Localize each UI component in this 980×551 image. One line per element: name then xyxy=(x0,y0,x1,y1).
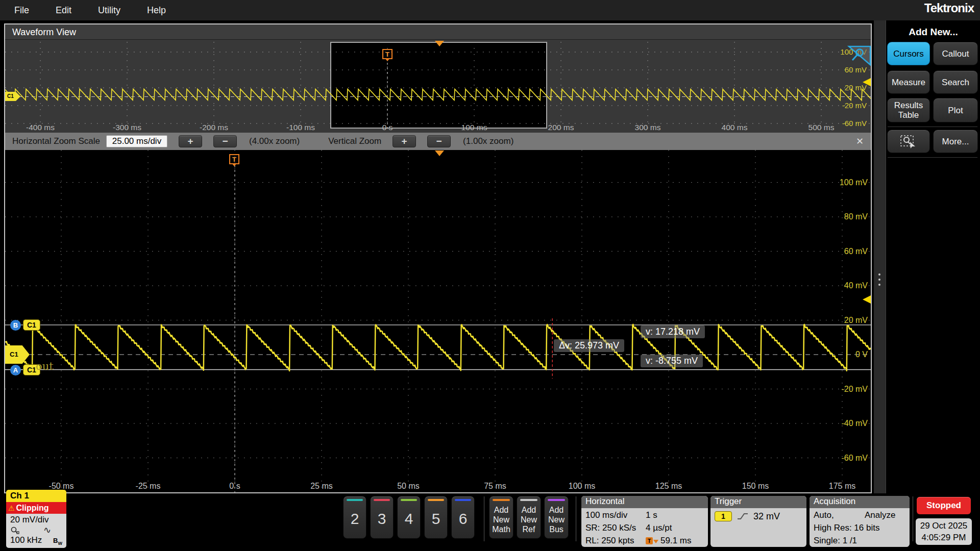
svg-text:40 mV: 40 mV xyxy=(844,281,868,290)
channel-6-button[interactable]: 6 xyxy=(451,496,475,539)
channel-color-stripe xyxy=(347,499,363,501)
trigger-panel[interactable]: Trigger 1 32 mV xyxy=(710,496,806,547)
cursor-b-value-readout[interactable]: v: 17.218 mV xyxy=(641,325,705,338)
menu-item-utility[interactable]: Utility xyxy=(98,5,120,16)
add-cursors-button[interactable]: Cursors xyxy=(887,42,930,65)
horizontal-zoom-minus-button[interactable]: − xyxy=(213,135,237,147)
run-stop-status-button[interactable]: Stopped xyxy=(917,497,971,514)
zoom-controls-bar: Horizontal Zoom Scale 25.00 ms/div + − (… xyxy=(5,133,871,150)
trigger-level-value: 32 mV xyxy=(753,511,780,522)
svg-text:0 V: 0 V xyxy=(855,350,868,359)
svg-text:125 ms: 125 ms xyxy=(655,482,682,490)
channel-5-button[interactable]: 5 xyxy=(424,496,448,539)
cursor-b-badge[interactable]: B C1 xyxy=(10,319,40,331)
svg-text:-400 ms: -400 ms xyxy=(26,123,55,132)
waveform-view-title: Waveform View xyxy=(5,27,76,37)
trigger-panel-title: Trigger xyxy=(710,496,806,508)
zoom-select-button[interactable] xyxy=(887,130,930,153)
coupling-sine-icon: ∿ xyxy=(43,524,51,536)
svg-text:80 mV: 80 mV xyxy=(844,212,868,221)
cursor-a-letter: A xyxy=(10,365,21,375)
channel-number: 3 xyxy=(378,510,386,528)
callout-text[interactable]: out xyxy=(36,360,54,372)
channel-color-stripe xyxy=(374,499,390,501)
horizontal-zoom-scale-input[interactable]: 25.00 ms/div xyxy=(106,135,167,147)
add-new-bus-button[interactable]: Add New Bus xyxy=(544,496,569,539)
svg-text:-25 ms: -25 ms xyxy=(136,482,161,490)
channel-3-button[interactable]: 3 xyxy=(370,496,394,539)
sample-resolution: 4 µs/pt xyxy=(646,523,672,533)
zoom-select-icon xyxy=(900,134,917,148)
add-search-button[interactable]: Search xyxy=(933,70,978,94)
overview-expansion-point-icon[interactable] xyxy=(435,41,444,46)
overview-plot: -400 ms-300 ms-200 ms-100 ms0 s100 ms200… xyxy=(5,40,871,133)
menu-item-help[interactable]: Help xyxy=(147,5,166,16)
acquisition-resolution: High Res: 16 bits xyxy=(814,521,905,534)
button-label: Add New Bus xyxy=(545,505,568,534)
acquisition-panel[interactable]: Acquisition Auto, Analyze High Res: 16 b… xyxy=(810,496,910,547)
record-length: RL: 250 kpts xyxy=(585,536,646,546)
cursor-delta-v-readout[interactable]: Δv: 25.973 mV xyxy=(554,339,624,352)
channel-2-button[interactable]: 2 xyxy=(343,496,366,539)
add-plot-button[interactable]: Plot xyxy=(933,98,978,122)
channel1-bandwidth-freq: 100 kHz xyxy=(10,535,42,545)
main-graph[interactable]: -50 ms-25 ms0 s25 ms50 ms75 ms100 ms125 … xyxy=(5,150,871,492)
overview-graph[interactable]: -400 ms-300 ms-200 ms-100 ms0 s100 ms200… xyxy=(5,40,871,133)
add-new-title: Add New... xyxy=(887,27,980,38)
horizontal-scale: 100 ms/div xyxy=(585,510,646,520)
svg-text:75 ms: 75 ms xyxy=(484,482,506,490)
date-label: 29 Oct 2025 xyxy=(916,520,972,532)
overview-trigger-level-arrow-icon[interactable] xyxy=(863,78,871,86)
channel-number: 2 xyxy=(351,510,359,528)
separator xyxy=(576,496,576,541)
channel1-name[interactable]: Ch 1 xyxy=(6,490,66,502)
sidebar-divider xyxy=(888,157,977,158)
bottom-bar: Ch 1 ⚠ Clipping 20 mV/div ∿ 100 kHz B xyxy=(0,493,980,551)
channel1-clipping-warning: ⚠ Clipping xyxy=(6,502,66,514)
main-channel1-waveform xyxy=(5,324,871,371)
svg-text:-50 ms: -50 ms xyxy=(49,482,74,490)
horizontal-panel[interactable]: Horizontal 100 ms/div 1 s SR: 250 kS/s 4… xyxy=(581,496,708,547)
menu-item-file[interactable]: File xyxy=(14,5,29,16)
svg-text:100 ms: 100 ms xyxy=(569,482,595,490)
main-trigger-level-arrow-icon[interactable] xyxy=(863,295,871,304)
horizontal-window: 1 s xyxy=(646,510,657,520)
zoom-overview-icon[interactable] xyxy=(847,45,872,68)
acquisition-mode: Auto, xyxy=(814,510,865,520)
oscilloscope-screen: FileEditUtilityHelp Tektronix Waveform V… xyxy=(0,0,980,551)
overview-trigger-flag-icon[interactable]: T xyxy=(382,49,393,59)
add-new-math-button[interactable]: Add New Math xyxy=(489,496,513,539)
svg-text:-40 mV: -40 mV xyxy=(841,419,868,428)
svg-text:60 mV: 60 mV xyxy=(844,247,868,256)
main-expansion-point-icon[interactable] xyxy=(435,151,444,156)
channel1-badge[interactable]: Ch 1 ⚠ Clipping 20 mV/div ∿ 100 kHz B xyxy=(6,490,66,548)
vertical-zoom-minus-button[interactable]: − xyxy=(427,135,451,147)
channel-4-button[interactable]: 4 xyxy=(397,496,421,539)
trigger-position-icon: T xyxy=(646,537,658,544)
trigger-source-badge: 1 xyxy=(715,511,732,521)
more-button[interactable]: More... xyxy=(933,130,978,153)
svg-text:-20 mV: -20 mV xyxy=(841,385,868,393)
add-callout-button[interactable]: Callout xyxy=(933,42,978,65)
menu-item-edit[interactable]: Edit xyxy=(56,5,71,16)
sidebar-divider xyxy=(888,127,977,127)
main-trigger-flag-icon[interactable]: T xyxy=(229,154,239,164)
horizontal-panel-title: Horizontal xyxy=(581,496,708,508)
cursor-a-value-readout[interactable]: v: -8.755 mV xyxy=(641,355,703,367)
overview-channel1-waveform xyxy=(5,89,871,101)
button-label: Add New Ref xyxy=(517,505,541,534)
channel-color-stripe xyxy=(401,499,417,501)
add-measure-button[interactable]: Measure xyxy=(887,70,930,94)
drag-handle-icon[interactable] xyxy=(878,273,880,286)
add-results-table-button[interactable]: Results Table xyxy=(887,98,930,122)
button-color-stripe xyxy=(548,499,565,501)
vertical-zoom-plus-button[interactable]: + xyxy=(393,135,416,147)
panel-divider[interactable] xyxy=(874,20,886,551)
horizontal-zoom-plus-button[interactable]: + xyxy=(179,135,202,147)
svg-text:-60 mV: -60 mV xyxy=(841,454,868,462)
svg-text:0 s: 0 s xyxy=(382,123,393,132)
close-zoom-icon[interactable]: ✕ xyxy=(856,136,864,147)
time-label: 4:05:29 PM xyxy=(916,532,972,543)
svg-text:400 ms: 400 ms xyxy=(722,123,748,132)
add-new-ref-button[interactable]: Add New Ref xyxy=(517,496,541,539)
